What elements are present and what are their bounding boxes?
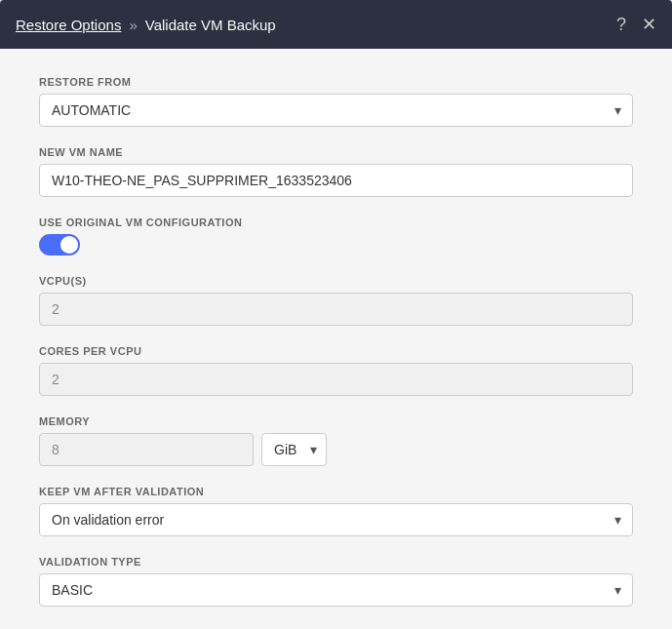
memory-row: GiB MiB TiB bbox=[39, 433, 633, 466]
memory-input bbox=[39, 433, 254, 466]
cores-per-vcpu-group: CORES PER VCPU bbox=[39, 345, 633, 396]
keep-vm-label: KEEP VM AFTER VALIDATION bbox=[39, 486, 633, 497]
restore-from-select[interactable]: AUTOMATIC LATEST CUSTOM bbox=[39, 94, 633, 127]
keep-vm-select[interactable]: On validation error Always Never bbox=[39, 503, 633, 536]
keep-vm-group: KEEP VM AFTER VALIDATION On validation e… bbox=[39, 486, 633, 536]
restore-from-label: RESTORE FROM bbox=[39, 76, 633, 88]
modal-body: RESTORE FROM AUTOMATIC LATEST CUSTOM NEW… bbox=[0, 49, 672, 629]
vcpus-group: VCPU(S) bbox=[39, 275, 633, 326]
memory-unit-select[interactable]: GiB MiB TiB bbox=[261, 433, 327, 466]
current-page-title: Validate VM Backup bbox=[145, 17, 276, 33]
use-original-config-label: USE ORIGINAL VM CONFIGURATION bbox=[39, 216, 633, 228]
header-actions: ? ✕ bbox=[616, 14, 656, 35]
memory-label: MEMORY bbox=[39, 415, 633, 427]
use-original-config-group: USE ORIGINAL VM CONFIGURATION bbox=[39, 216, 633, 256]
cores-per-vcpu-input bbox=[39, 363, 633, 396]
vcpus-input bbox=[39, 293, 633, 326]
modal-container: Restore Options » Validate VM Backup ? ✕… bbox=[0, 0, 672, 629]
keep-vm-select-wrapper: On validation error Always Never bbox=[39, 503, 633, 536]
restore-from-select-wrapper: AUTOMATIC LATEST CUSTOM bbox=[39, 94, 633, 127]
modal-header: Restore Options » Validate VM Backup ? ✕ bbox=[0, 0, 672, 49]
memory-group: MEMORY GiB MiB TiB bbox=[39, 415, 633, 466]
use-original-config-toggle[interactable] bbox=[39, 234, 80, 256]
vcpus-label: VCPU(S) bbox=[39, 275, 633, 287]
header-title: Restore Options » Validate VM Backup bbox=[16, 17, 276, 33]
toggle-slider bbox=[39, 234, 80, 256]
breadcrumb-separator: » bbox=[129, 17, 137, 33]
close-icon[interactable]: ✕ bbox=[642, 14, 656, 35]
validation-type-select[interactable]: BASIC FULL bbox=[39, 573, 633, 607]
cores-per-vcpu-label: CORES PER VCPU bbox=[39, 345, 633, 357]
help-icon[interactable]: ? bbox=[616, 15, 626, 35]
memory-unit-wrapper: GiB MiB TiB bbox=[261, 433, 327, 466]
new-vm-name-input[interactable] bbox=[39, 164, 633, 197]
validation-type-group: VALIDATION TYPE BASIC FULL bbox=[39, 556, 633, 607]
validation-type-label: VALIDATION TYPE bbox=[39, 556, 633, 568]
validation-type-select-wrapper: BASIC FULL bbox=[39, 573, 633, 607]
breadcrumb-link[interactable]: Restore Options bbox=[16, 17, 121, 33]
new-vm-name-group: NEW VM NAME bbox=[39, 146, 633, 197]
toggle-wrapper bbox=[39, 234, 633, 256]
restore-from-group: RESTORE FROM AUTOMATIC LATEST CUSTOM bbox=[39, 76, 633, 127]
new-vm-name-label: NEW VM NAME bbox=[39, 146, 633, 158]
